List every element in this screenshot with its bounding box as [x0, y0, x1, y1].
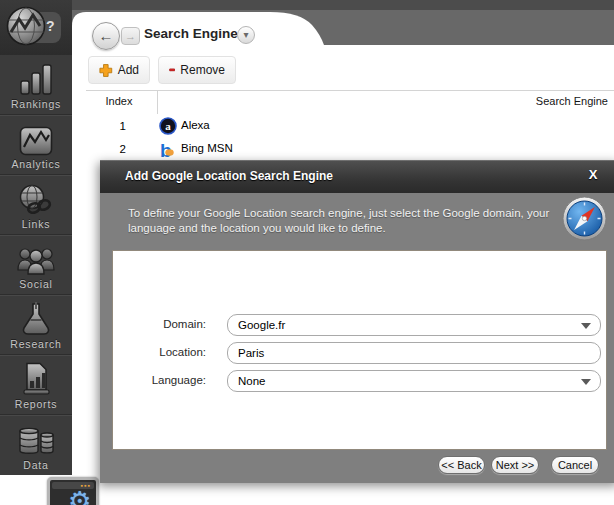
remove-button[interactable]: Remove: [158, 56, 236, 84]
sidebar-item-social[interactable]: Social: [0, 235, 72, 295]
page-title-dropdown-button[interactable]: ▾: [237, 26, 255, 44]
chevron-down-icon: ▾: [243, 29, 248, 40]
compass-icon: [562, 196, 607, 241]
flask-icon: [20, 302, 52, 336]
column-header-search-engine[interactable]: Search Engine: [398, 95, 608, 107]
svg-text:a: a: [165, 120, 171, 132]
alexa-icon: a: [159, 117, 177, 135]
row-index: 2: [86, 143, 126, 155]
sidebar-item-research[interactable]: Research: [0, 295, 72, 355]
back-step-button[interactable]: << Back: [438, 456, 485, 474]
domain-select[interactable]: Google.fr: [227, 314, 601, 336]
forward-arrow-icon: →: [125, 30, 136, 42]
add-button-label: Add: [118, 63, 139, 77]
dropdown-arrow-icon: [581, 379, 591, 385]
next-step-button[interactable]: Next >>: [491, 456, 539, 474]
app-window: ? ← → Search Engines ▾ Add Remove Index …: [0, 0, 614, 505]
gear-icon: ⚙: [68, 486, 91, 505]
app-logo-globe-icon[interactable]: [5, 5, 47, 47]
sidebar-item-analytics[interactable]: Analytics: [0, 115, 72, 175]
add-google-location-dialog: Add Google Location Search Engine X To d…: [100, 160, 614, 483]
database-icon: [17, 425, 55, 457]
help-button[interactable]: ?: [46, 18, 55, 34]
location-input[interactable]: [227, 342, 601, 364]
sidebar-item-reports[interactable]: Reports: [0, 355, 72, 415]
row-index: 1: [86, 120, 126, 132]
sidebar-item-label: Rankings: [11, 98, 61, 110]
close-icon[interactable]: X: [582, 167, 604, 187]
sidebar-item-data[interactable]: Data: [0, 415, 72, 475]
sidebar-item-rankings[interactable]: Rankings: [0, 55, 72, 115]
globe-chain-icon: [17, 184, 55, 216]
minus-icon: [169, 66, 175, 74]
table-column-divider: [157, 91, 158, 114]
row-engine-name: Bing MSN: [181, 142, 233, 154]
remove-button-label: Remove: [180, 63, 225, 77]
report-document-icon: [19, 362, 53, 396]
sidebar-item-label: Links: [22, 218, 51, 230]
dropdown-arrow-icon: [581, 323, 591, 329]
language-label: Language:: [113, 374, 206, 386]
table-header-border: [86, 90, 614, 91]
page-title: Search Engines: [144, 26, 245, 41]
dialog-description: To define your Google Location search en…: [128, 206, 574, 236]
location-label: Location:: [113, 346, 206, 358]
top-dark-strip: [72, 0, 614, 10]
dialog-form-panel: Domain: Google.fr Location: Language: No…: [112, 250, 607, 450]
sidebar-item-links[interactable]: Links: [0, 175, 72, 235]
people-icon: [16, 246, 56, 276]
domain-label: Domain:: [113, 318, 206, 330]
add-button[interactable]: Add: [88, 56, 150, 84]
row-engine-name: Alexa: [181, 119, 210, 131]
column-header-index[interactable]: Index: [86, 95, 152, 107]
cancel-button[interactable]: Cancel: [551, 456, 599, 474]
back-arrow-icon: ←: [99, 27, 114, 44]
forward-button[interactable]: →: [121, 27, 140, 45]
plus-icon: [99, 63, 113, 78]
language-select[interactable]: None: [227, 370, 601, 392]
sidebar-item-label: Social: [19, 278, 52, 290]
bing-icon: b: [159, 141, 177, 159]
back-button[interactable]: ←: [92, 22, 120, 50]
line-chart-icon: [19, 126, 53, 156]
sidebar-item-label: Reports: [15, 398, 57, 410]
dialog-titlebar[interactable]: Add Google Location Search Engine X: [100, 160, 614, 193]
dialog-title: Add Google Location Search Engine: [125, 160, 333, 193]
sidebar: Rankings Analytics Links: [0, 55, 72, 475]
sidebar-item-label: Analytics: [11, 158, 60, 170]
domain-value: Google.fr: [238, 319, 285, 331]
sidebar-item-label: Data: [23, 459, 48, 471]
brand-block: ?: [0, 0, 72, 55]
bar-chart-icon: [19, 64, 53, 96]
language-value: None: [238, 375, 266, 387]
sidebar-item-label: Research: [10, 338, 61, 350]
